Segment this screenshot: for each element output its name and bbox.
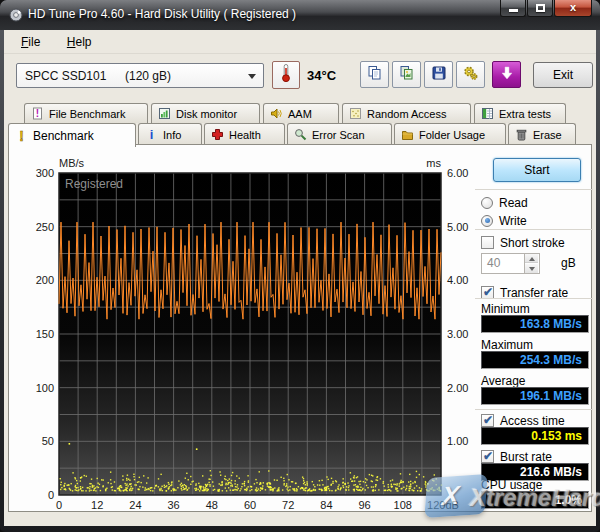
menu-bar: File Help (4, 30, 596, 54)
tab-folder-usage[interactable]: Folder Usage (394, 123, 506, 145)
copy-icon (367, 65, 383, 85)
minimize-button[interactable] (500, 0, 526, 17)
svg-text:150: 150 (36, 328, 54, 340)
svg-text:5.00: 5.00 (447, 221, 468, 233)
copy-screenshot-button[interactable] (392, 61, 421, 88)
tab-disk-monitor[interactable]: Disk monitor (151, 103, 260, 123)
access-time-value: 0.153 ms (481, 427, 589, 445)
short-stroke-unit: gB (561, 256, 576, 270)
spin-up-button[interactable] (525, 254, 538, 263)
chevron-down-icon (248, 74, 256, 79)
separator (475, 298, 593, 299)
separator (475, 189, 593, 190)
random-access-icon (349, 107, 362, 120)
burst-rate-label: Burst rate (500, 450, 552, 464)
drive-name: SPCC SSD101 (25, 69, 106, 83)
tab-label: Benchmark (33, 129, 94, 143)
cpu-usage-label: CPU usage (481, 478, 542, 492)
copy-image-icon (399, 65, 415, 85)
tab-label: Erase (533, 129, 562, 141)
benchmark-chart: RegisteredMB/sms0501001502002503001.002.… (15, 153, 475, 509)
write-label: Write (499, 214, 527, 228)
tab-erase[interactable]: Erase (508, 123, 576, 145)
tab-health[interactable]: Health (204, 123, 285, 145)
short-stroke-label: Short stroke (500, 236, 565, 250)
maximum-label: Maximum (481, 338, 533, 352)
thermometer-icon (278, 63, 294, 87)
app-window: HD Tune Pro 4.60 - Hard Disk Utility ( R… (0, 0, 600, 532)
svg-text:!: ! (19, 129, 24, 143)
svg-text:0: 0 (56, 499, 62, 509)
health-cross-icon (211, 128, 224, 141)
tab-label: File Benchmark (49, 108, 125, 120)
tab-extra-tests[interactable]: Extra tests (474, 103, 566, 123)
tab-aam[interactable]: AAM (263, 103, 339, 123)
separator (475, 229, 593, 230)
update-download-button[interactable] (492, 61, 521, 88)
copy-button[interactable] (360, 61, 389, 88)
save-button[interactable] (424, 61, 453, 88)
maximum-value: 254.3 MB/s (481, 351, 589, 369)
access-time-label: Access time (500, 414, 565, 428)
tab-label: Random Access (367, 108, 446, 120)
short-stroke-value[interactable]: 40 (481, 253, 525, 274)
temperature-value: 34°C (307, 68, 336, 83)
svg-text:60: 60 (244, 499, 256, 509)
file-benchmark-icon: ! (31, 107, 44, 120)
svg-text:0: 0 (48, 489, 54, 501)
tab-label: AAM (288, 108, 312, 120)
svg-text:96: 96 (358, 499, 370, 509)
svg-text:ms: ms (426, 157, 441, 169)
cpu-usage-value: 1.0% (481, 491, 589, 509)
menu-help[interactable]: Help (62, 34, 97, 50)
access-time-checkbox[interactable]: ✔ (481, 414, 494, 427)
burst-rate-checkbox[interactable]: ✔ (481, 450, 494, 463)
benchmark-controls: Start Read Write ✔ Short stroke 40 (473, 145, 595, 513)
average-label: Average (481, 374, 525, 388)
close-button[interactable]: x (554, 0, 592, 17)
svg-text:1.00: 1.00 (447, 435, 468, 447)
svg-text:Registered: Registered (65, 177, 123, 191)
start-button[interactable]: Start (493, 158, 581, 182)
svg-text:MB/s: MB/s (59, 157, 85, 169)
download-arrow-icon (499, 65, 515, 85)
tab-info[interactable]: i Info (138, 123, 202, 145)
spin-down-button[interactable] (525, 264, 538, 273)
maximize-icon (536, 4, 545, 12)
menu-file[interactable]: File (16, 34, 45, 50)
tab-error-scan[interactable]: Error Scan (287, 123, 392, 145)
gear-icon (463, 65, 479, 85)
svg-text:120gB: 120gB (427, 499, 459, 509)
title-bar: HD Tune Pro 4.60 - Hard Disk Utility ( R… (0, 0, 600, 30)
svg-text:12: 12 (91, 499, 103, 509)
svg-text:200: 200 (36, 274, 54, 286)
temperature-button[interactable] (272, 61, 300, 89)
benchmark-icon: ! (15, 129, 28, 143)
disk-monitor-icon (158, 107, 171, 120)
tab-file-benchmark[interactable]: ! File Benchmark (24, 103, 148, 123)
drive-capacity: (120 gB) (125, 69, 171, 83)
svg-text:100: 100 (36, 382, 54, 394)
client-area: File Help SPCC SSD101 (120 gB) 34°C (4, 30, 596, 526)
svg-text:2.00: 2.00 (447, 382, 468, 394)
folder-icon (401, 128, 414, 141)
short-stroke-checkbox[interactable]: ✔ (481, 236, 494, 249)
tab-benchmark[interactable]: ! Benchmark (8, 123, 136, 147)
drive-selector[interactable]: SPCC SSD101 (120 gB) (16, 63, 264, 88)
tab-label: Folder Usage (419, 129, 485, 141)
minimum-value: 163.8 MB/s (481, 315, 589, 333)
magnifier-icon (294, 128, 307, 141)
exit-button[interactable]: Exit (533, 62, 593, 88)
svg-text:84: 84 (320, 499, 332, 509)
svg-text:250: 250 (36, 221, 54, 233)
svg-text:48: 48 (206, 499, 218, 509)
maximize-button[interactable] (527, 0, 553, 17)
read-radio[interactable] (481, 197, 493, 209)
svg-text:50: 50 (42, 435, 54, 447)
check-icon: ✔ (483, 413, 493, 427)
options-button[interactable] (456, 61, 485, 88)
tab-random-access[interactable]: Random Access (342, 103, 471, 123)
svg-text:i: i (150, 128, 154, 141)
write-radio[interactable] (481, 215, 493, 227)
tab-label: Extra tests (499, 108, 551, 120)
